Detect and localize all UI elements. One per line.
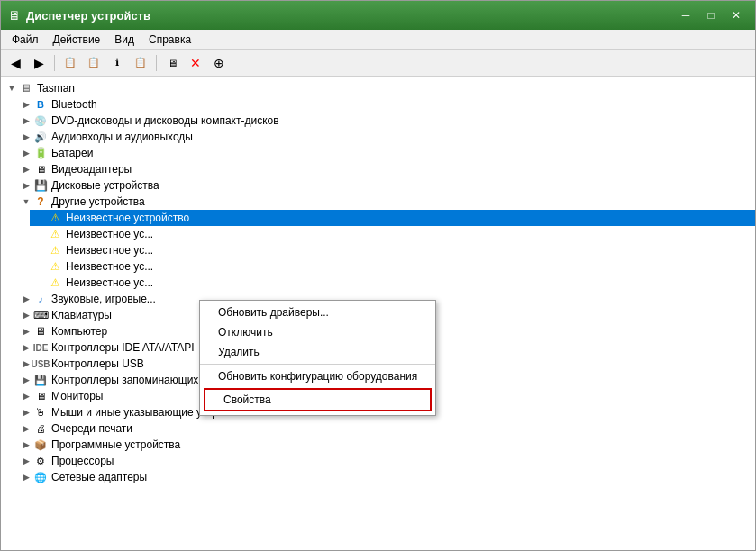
toolbar-btn-info[interactable]: ℹ [106, 53, 128, 73]
unknown-label-4: Неизвестное ус... [66, 260, 153, 273]
tree-item-software[interactable]: ▶ 📦 Программные устройства [15, 437, 755, 453]
sound-icon: ♪ [33, 292, 48, 306]
expand-unknown-4 [33, 259, 48, 274]
expand-display[interactable]: ▶ [19, 162, 33, 176]
bluetooth-icon: B [33, 97, 48, 112]
toolbar-separator-2 [156, 55, 157, 71]
network-label: Сетевые адаптеры [51, 471, 147, 483]
tree-item-unknown-4[interactable]: ⚠ Неизвестное ус... [30, 258, 755, 275]
tree-item-other[interactable]: ▼ ? Другие устройства [15, 194, 755, 210]
other-icon: ? [33, 194, 48, 209]
expand-unknown-3 [33, 243, 48, 257]
expand-bluetooth[interactable]: ▶ [19, 97, 33, 112]
context-menu-separator [200, 364, 435, 365]
audio-icon: 🔊 [33, 130, 48, 144]
expand-print[interactable]: ▶ [19, 421, 33, 436]
tree-item-battery[interactable]: ▶ 🔋 Батареи [15, 145, 755, 161]
ide-label: Контроллеры IDE ATA/ATAPI [51, 341, 195, 354]
ide-icon: IDE [33, 340, 48, 355]
menu-bar: Файл Действие Вид Справка [1, 30, 755, 50]
expand-keyboard[interactable]: ▶ [19, 308, 33, 322]
battery-label: Батареи [51, 147, 93, 159]
expand-battery[interactable]: ▶ [19, 146, 33, 160]
toolbar-btn-cancel[interactable]: ✕ [185, 53, 206, 73]
tree-item-dvd[interactable]: ▶ 💿 DVD-дисководы и дисководы компакт-ди… [15, 113, 755, 129]
battery-icon: 🔋 [33, 146, 48, 160]
other-label: Другие устройства [51, 195, 145, 208]
dvd-icon: 💿 [33, 113, 48, 128]
display-label: Видеоадаптеры [51, 163, 132, 176]
back-button[interactable]: ◀ [5, 53, 26, 73]
computer-sub-icon: 🖥 [33, 324, 48, 339]
tree-item-processors[interactable]: ▶ ⚙ Процессоры [15, 453, 755, 469]
expand-unknown-5 [33, 276, 48, 290]
disk-icon: 💾 [33, 178, 48, 193]
context-menu-scan[interactable]: Обновить конфигурацию оборудования [200, 366, 435, 386]
expand-mouse[interactable]: ▶ [19, 405, 33, 420]
expand-monitors[interactable]: ▶ [19, 389, 33, 403]
expand-software[interactable]: ▶ [19, 438, 33, 452]
tree-item-unknown-3[interactable]: ⚠ Неизвестное ус... [30, 242, 755, 258]
toolbar-btn-screen[interactable]: 🖥 [161, 53, 183, 73]
unknown-icon-3: ⚠ [48, 243, 62, 257]
unknown-label-5: Неизвестное ус... [66, 276, 153, 289]
context-menu-delete[interactable]: Удалить [200, 342, 435, 362]
expand-ide[interactable]: ▶ [19, 340, 33, 355]
context-menu-disable[interactable]: Отключить [200, 322, 435, 342]
toolbar-separator-1 [54, 55, 55, 71]
expand-computer[interactable]: ▶ [19, 324, 33, 339]
tree-item-bluetooth[interactable]: ▶ B Bluetooth [15, 96, 755, 113]
bluetooth-label: Bluetooth [51, 98, 97, 111]
software-icon: 📦 [33, 438, 48, 452]
toolbar: ◀ ▶ 📋 📋 ℹ 📋 🖥 ✕ ⊕ [1, 50, 755, 77]
expand-audio[interactable]: ▶ [19, 130, 33, 144]
unknown-icon-1: ⚠ [48, 211, 62, 225]
tree-item-network[interactable]: ▶ 🌐 Сетевые адаптеры [15, 469, 755, 485]
tree-item-display[interactable]: ▶ 🖥 Видеоадаптеры [15, 161, 755, 177]
dvd-label: DVD-дисководы и дисководы компакт-дисков [51, 114, 279, 127]
expand-disk[interactable]: ▶ [19, 178, 33, 193]
unknown-label-2: Неизвестное ус... [66, 228, 153, 240]
expand-dvd[interactable]: ▶ [19, 113, 33, 128]
maximize-button[interactable]: □ [699, 6, 723, 24]
expand-unknown-2 [33, 227, 48, 241]
context-menu-properties[interactable]: Свойства [204, 388, 432, 411]
toolbar-btn-refresh[interactable]: ⊕ [208, 53, 230, 73]
device-manager-window: 🖥 Диспетчер устройств ─ □ ✕ Файл Действи… [0, 0, 756, 551]
expand-root[interactable]: ▼ [5, 81, 19, 95]
usb-icon: USB [33, 357, 48, 371]
toolbar-btn-2[interactable]: 📋 [83, 53, 105, 73]
toolbar-btn-1[interactable]: 📋 [59, 53, 81, 73]
expand-processors[interactable]: ▶ [19, 454, 33, 468]
software-label: Программные устройства [51, 438, 180, 451]
expand-storage[interactable]: ▶ [19, 373, 33, 387]
menu-action[interactable]: Действие [46, 32, 108, 48]
close-button[interactable]: ✕ [724, 6, 748, 24]
window-title: Диспетчер устройств [26, 9, 674, 23]
tree-item-print[interactable]: ▶ 🖨 Очереди печати [15, 420, 755, 437]
tree-item-unknown-5[interactable]: ⚠ Неизвестное ус... [30, 275, 755, 291]
tree-root[interactable]: ▼ 🖥 Tasman [1, 80, 755, 96]
computer-label: Компьютер [51, 325, 107, 338]
forward-button[interactable]: ▶ [28, 53, 50, 73]
tree-item-unknown-1[interactable]: ⚠ Неизвестное устройство [30, 210, 755, 226]
context-menu-update-drivers[interactable]: Обновить драйверы... [200, 303, 435, 322]
sound-label: Звуковые, игровые... [51, 293, 156, 305]
toolbar-btn-3[interactable]: 📋 [130, 53, 151, 73]
context-menu: Обновить драйверы... Отключить Удалить О… [199, 300, 436, 416]
expand-other[interactable]: ▼ [19, 194, 33, 209]
expand-network[interactable]: ▶ [19, 470, 33, 484]
monitors-label: Мониторы [51, 390, 103, 402]
storage-icon: 💾 [33, 373, 48, 387]
tree-item-disk[interactable]: ▶ 💾 Дисковые устройства [15, 177, 755, 194]
menu-view[interactable]: Вид [107, 32, 141, 48]
display-icon: 🖥 [33, 162, 48, 176]
menu-file[interactable]: Файл [5, 32, 46, 48]
tree-item-audio[interactable]: ▶ 🔊 Аудиовходы и аудиовыходы [15, 129, 755, 145]
menu-help[interactable]: Справка [141, 32, 198, 48]
tree-item-unknown-2[interactable]: ⚠ Неизвестное ус... [30, 226, 755, 242]
unknown-label-1: Неизвестное устройство [66, 212, 189, 224]
expand-sound[interactable]: ▶ [19, 292, 33, 306]
minimize-button[interactable]: ─ [674, 6, 697, 24]
root-label: Tasman [37, 82, 75, 95]
